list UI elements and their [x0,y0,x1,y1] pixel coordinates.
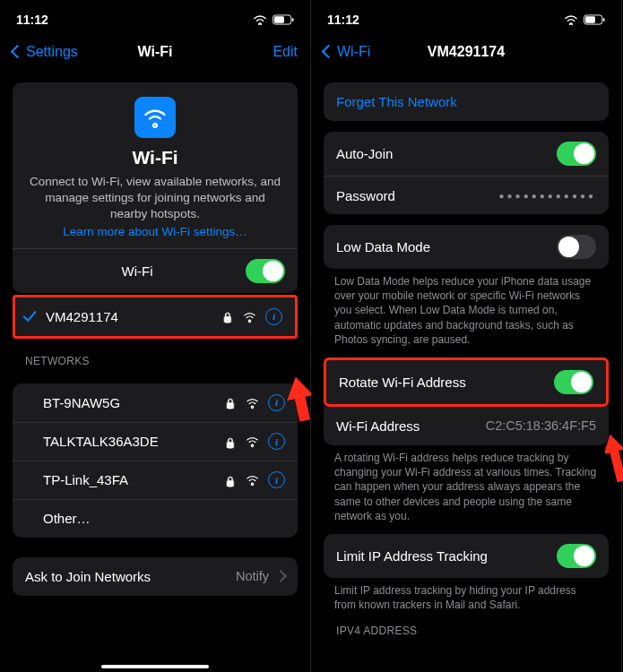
wifi-toggle-label: Wi-Fi [29,263,246,279]
edit-button[interactable]: Edit [273,44,298,60]
learn-more-link[interactable]: Learn more about Wi-Fi settings… [63,225,247,238]
header-title: Wi-Fi [29,147,281,168]
battery-icon [584,14,605,25]
status-time: 11:12 [16,13,48,27]
network-row[interactable]: TP-Link_43FA i [13,461,298,499]
status-bar: 11:12 [311,0,621,32]
back-button[interactable]: Settings [13,44,78,60]
status-icons [253,14,294,25]
wifi-signal-icon [246,473,259,487]
svg-rect-4 [585,16,595,22]
info-icon[interactable]: i [265,308,282,325]
low-data-desc: Low Data Mode helps reduce your iPhone d… [311,269,621,347]
limit-ip-card: Limit IP Address Tracking [324,534,609,578]
ipv4-header: IPV4 ADDRESS [311,612,621,642]
back-label: Settings [26,44,78,60]
wifi-address-row: Wi-Fi Address C2:C5:18:36:4F:F5 [324,407,609,445]
status-icons [564,14,605,25]
auto-join-label: Auto-Join [336,146,557,161]
low-data-row: Low Data Mode [324,225,609,269]
lock-icon [224,472,237,488]
nav-bar: Wi-Fi VM4291174 [311,32,621,72]
wifi-signal-icon [246,396,259,409]
networks-list: BT-9NAW5G i TALKTALK36A3DE i TP-Link_43F… [13,383,298,538]
low-data-label: Low Data Mode [336,239,557,254]
header-desc: Connect to Wi-Fi, view available network… [29,174,281,223]
wifi-signal-icon [246,435,259,448]
red-arrow-icon [605,434,623,482]
lock-icon [224,434,237,450]
ask-join-label: Ask to Join Networks [25,569,236,584]
network-ssid: BT-9NAW5G [43,395,224,410]
network-ssid: TALKTALK36A3DE [43,434,224,449]
battery-icon [273,14,294,25]
forget-card: Forget This Network [324,82,609,121]
nav-bar: Settings Wi-Fi Edit [0,32,310,72]
rotate-toggle[interactable] [554,370,593,394]
network-row[interactable]: TALKTALK36A3DE i [13,422,298,461]
wifi-icon [253,14,267,25]
lock-icon [221,308,234,324]
ask-join-card: Ask to Join Networks Notify [13,557,298,596]
join-card: Auto-Join Password ●●●●●●●●●●●● [324,132,609,214]
rotate-row: Rotate Wi-Fi Address [326,360,606,404]
other-network-row[interactable]: Other… [13,499,298,538]
wifi-app-icon [134,97,176,138]
forget-network-button[interactable]: Forget This Network [324,82,609,121]
wifi-toggle-row: Wi-Fi [13,248,298,293]
wifi-signal-icon [243,310,256,323]
rotate-desc: A rotating Wi-Fi address helps reduce tr… [311,445,621,523]
auto-join-row: Auto-Join [324,132,609,176]
wifi-address-value: C2:C5:18:36:4F:F5 [486,418,596,433]
chevron-left-icon [324,44,333,60]
network-row[interactable]: BT-9NAW5G i [13,383,298,422]
rotate-label: Rotate Wi-Fi Address [339,375,554,390]
info-icon[interactable]: i [268,394,285,411]
status-time: 11:12 [327,13,359,27]
wifi-header-card: Wi-Fi Connect to Wi-Fi, view available n… [13,82,298,293]
back-button[interactable]: Wi-Fi [324,44,370,60]
info-icon[interactable]: i [268,433,285,450]
low-data-toggle[interactable] [557,235,596,259]
other-label: Other… [43,511,285,526]
back-label: Wi-Fi [337,44,370,60]
info-icon[interactable]: i [268,471,285,488]
auto-join-toggle[interactable] [557,142,596,166]
connected-network-row[interactable]: VM4291174 i [15,297,295,336]
networks-header: NETWORKS [0,339,310,373]
svg-rect-5 [603,18,605,22]
phone-left: 11:12 Settings Wi-Fi Edit Wi-Fi Connect … [0,0,311,672]
phone-right: 11:12 Wi-Fi VM4291174 Forget This Networ… [311,0,622,672]
chevron-right-icon [276,568,285,584]
limit-ip-row: Limit IP Address Tracking [324,534,609,578]
svg-rect-2 [292,18,294,22]
connected-ssid: VM4291174 [46,309,221,324]
lock-icon [224,394,237,410]
password-dots: ●●●●●●●●●●●● [499,191,596,201]
status-bar: 11:12 [0,0,310,32]
chevron-left-icon [13,44,22,60]
password-row[interactable]: Password ●●●●●●●●●●●● [324,176,609,214]
home-indicator [101,665,209,668]
wifi-address-label: Wi-Fi Address [336,418,486,434]
wifi-icon [564,14,578,25]
network-ssid: TP-Link_43FA [43,472,224,487]
low-data-card: Low Data Mode [324,225,609,269]
connected-network-highlighted: VM4291174 i [13,295,298,339]
wifi-address-card: Wi-Fi Address C2:C5:18:36:4F:F5 [324,407,609,445]
password-label: Password [336,188,499,203]
rotate-card-highlighted: Rotate Wi-Fi Address [324,358,609,407]
wifi-toggle[interactable] [246,259,285,283]
limit-ip-desc: Limit IP address tracking by hiding your… [311,578,621,612]
ask-join-value: Notify [236,569,269,583]
svg-rect-1 [274,16,284,22]
limit-ip-toggle[interactable] [557,544,596,568]
ask-join-row[interactable]: Ask to Join Networks Notify [13,557,298,596]
limit-ip-label: Limit IP Address Tracking [336,548,557,564]
checkmark-icon [26,308,33,324]
